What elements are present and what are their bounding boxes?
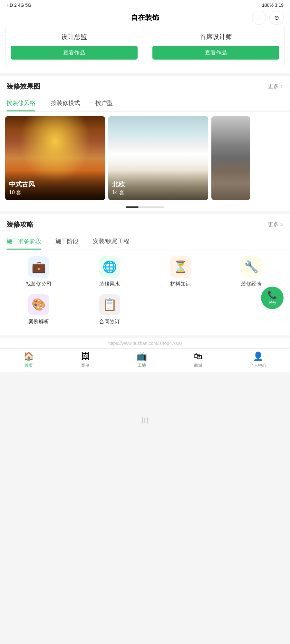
find-company-label: 找装修公司	[26, 281, 52, 288]
gallery-name-chinese: 中式古风	[9, 180, 101, 189]
designer-card-chief: 首席设计师 查看作品	[147, 26, 285, 66]
icon-grid-section: 💼 找装修公司 🌐 装修风水 ⏳ 材料知识 🔧 装修经验 🎨 案例解	[0, 250, 290, 335]
guide-tab-construction[interactable]: 施工阶段	[55, 233, 79, 250]
designer-section: 设计总监 查看作品 首席设计师 查看作品	[0, 26, 290, 73]
shop-icon: 🛍	[194, 351, 202, 361]
gallery-count-chinese: 10 套	[9, 189, 101, 196]
gallery-item-modern[interactable]	[211, 116, 250, 200]
gallery-scroll[interactable]: 中式古风 10 套 北欧 14 套	[0, 112, 290, 204]
guide-more-button[interactable]: 更多 >	[268, 221, 284, 228]
divider-3	[0, 335, 290, 338]
status-right: 100% 3:19	[262, 3, 284, 8]
icon-materials[interactable]: ⏳ 材料知识	[145, 256, 216, 288]
guide-tab-prep[interactable]: 施工准备阶段	[6, 233, 41, 250]
icon-grid: 💼 找装修公司 🌐 装修风水 ⏳ 材料知识 🔧 装修经验 🎨 案例解	[0, 250, 290, 332]
status-bar: HD 2 4G 5G 100% 3:19	[0, 0, 290, 10]
designer-role-director: 设计总监	[61, 33, 87, 41]
header-actions: ··· ⊙	[252, 11, 284, 25]
contract-icon: 📋	[99, 294, 120, 315]
icon-fengshui[interactable]: 🌐 装修风水	[74, 256, 145, 288]
url-bar: https://www.huzhan.com/ishop47020	[0, 338, 290, 348]
nav-site[interactable]: 📺 工地	[137, 351, 147, 368]
designer-role-chief: 首席设计师	[200, 33, 232, 41]
nav-profile-label: 个人中心	[250, 363, 266, 368]
guide-title: 装修攻略	[6, 220, 34, 229]
nav-cases-label: 案例	[81, 363, 90, 368]
guide-section-header: 装修攻略 更多 >	[0, 214, 290, 233]
materials-icon: ⏳	[170, 256, 191, 278]
call-float-button[interactable]: 📞 拨号	[261, 287, 284, 309]
scan-button[interactable]: ⊙	[269, 11, 284, 25]
profile-icon: 👤	[253, 351, 263, 361]
experience-label: 装修经验	[241, 281, 262, 288]
experience-icon: 🔧	[241, 256, 262, 278]
status-carrier: HD 2 4G 5G	[6, 3, 31, 8]
effect-title: 装修效果图	[6, 82, 40, 91]
phone-icon: 📞	[267, 290, 277, 299]
url-text: https://www.huzhan.com/ishop47020	[108, 341, 182, 346]
nav-shop-label: 商城	[194, 363, 202, 368]
call-float-label: 拨号	[268, 300, 276, 306]
nav-site-label: 工地	[138, 363, 146, 368]
view-works-director-button[interactable]: 查看作品	[11, 46, 138, 60]
site-icon: 📺	[137, 351, 147, 361]
nav-home-label: 首页	[24, 363, 33, 368]
guide-tabs: 施工准备阶段 施工阶段 安装/收尾工程	[0, 233, 290, 250]
nav-home[interactable]: 🏠 首页	[24, 351, 34, 368]
footer-text: Itt	[141, 415, 149, 426]
guide-section: 装修攻略 更多 > 施工准备阶段 施工阶段 安装/收尾工程 💼 找装修公司 🌐 …	[0, 214, 290, 335]
divider-2	[0, 211, 290, 214]
gallery-item-chinese[interactable]: 中式古风 10 套	[5, 116, 105, 200]
find-company-icon: 💼	[28, 256, 49, 278]
more-button[interactable]: ···	[252, 11, 266, 25]
case-label: 案例解析	[28, 318, 49, 325]
home-icon: 🏠	[24, 351, 34, 361]
guide-tab-install[interactable]: 安装/收尾工程	[93, 233, 129, 250]
gallery-count-nordic: 14 套	[112, 189, 204, 196]
designer-card-director: 设计总监 查看作品	[5, 26, 143, 66]
header: 自在装饰 ··· ⊙	[0, 10, 290, 26]
case-icon: 🎨	[28, 294, 49, 315]
icon-contract[interactable]: 📋 合同签订	[74, 294, 145, 325]
view-works-chief-button[interactable]: 查看作品	[152, 46, 279, 60]
gallery-label-nordic: 北欧 14 套	[108, 170, 208, 200]
bottom-nav: 🏠 首页 🖼 案例 📺 工地 🛍 商城 👤 个人中心	[0, 348, 290, 372]
nav-profile[interactable]: 👤 个人中心	[250, 351, 266, 368]
tab-mode[interactable]: 按装修模式	[51, 95, 80, 111]
gallery-name-nordic: 北欧	[112, 180, 204, 189]
effect-tabs: 按装修风格 按装修模式 按户型	[0, 95, 290, 112]
nav-shop[interactable]: 🛍 商城	[194, 351, 202, 368]
gallery-label-chinese: 中式古风 10 套	[5, 170, 105, 200]
tab-style[interactable]: 按装修风格	[6, 95, 35, 111]
status-left: HD 2 4G 5G	[6, 3, 31, 8]
page-footer: Itt	[0, 372, 290, 469]
nav-cases[interactable]: 🖼 案例	[81, 351, 90, 368]
contract-label: 合同签订	[99, 318, 120, 325]
divider-1	[0, 73, 290, 76]
tab-type[interactable]: 按户型	[95, 95, 113, 111]
scroll-active	[126, 206, 139, 208]
icon-experience[interactable]: 🔧 装修经验	[216, 256, 287, 288]
fengshui-label: 装修风水	[99, 281, 120, 288]
gallery-item-nordic[interactable]: 北欧 14 套	[108, 116, 208, 200]
scroll-bar	[126, 206, 164, 208]
icon-case-analysis[interactable]: 🎨 案例解析	[3, 294, 74, 325]
cases-icon: 🖼	[81, 351, 90, 361]
fengshui-icon: 🌐	[99, 256, 120, 278]
scroll-indicator	[0, 204, 290, 211]
icon-find-company[interactable]: 💼 找装修公司	[3, 256, 74, 288]
effect-more-button[interactable]: 更多 >	[268, 83, 284, 90]
status-battery-time: 100% 3:19	[262, 3, 284, 8]
app-title: 自在装饰	[131, 13, 159, 23]
effect-section-header: 装修效果图 更多 >	[0, 76, 290, 95]
materials-label: 材料知识	[170, 281, 191, 288]
